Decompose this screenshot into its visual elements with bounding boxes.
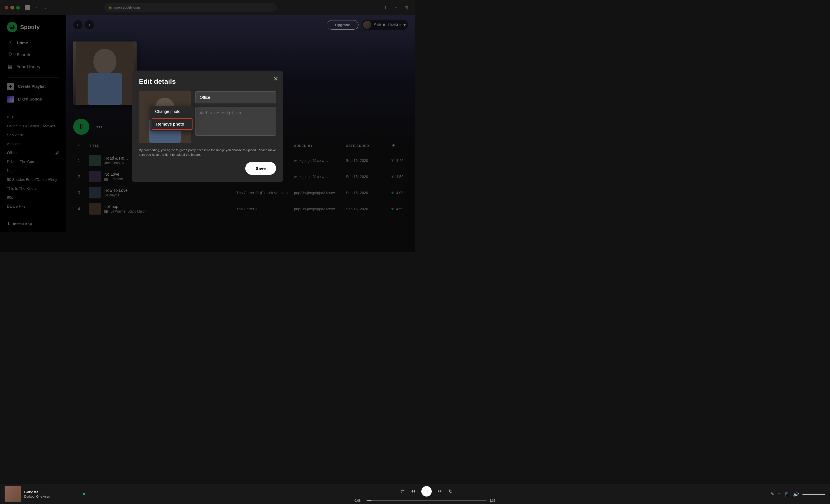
playlist-name-input[interactable] — [195, 91, 276, 103]
photo-context-menu: Change photo Remove photo — [151, 106, 194, 131]
modal-close-button[interactable]: ✕ — [273, 75, 278, 83]
save-button[interactable]: Save — [245, 162, 276, 175]
playlist-description-input[interactable] — [195, 107, 276, 136]
modal-image-section: ••• Change photo Remove photo — [139, 91, 191, 143]
modal-footer: Save — [139, 162, 276, 175]
modal-disclaimer: By proceeding, you agree to give Spotify… — [139, 148, 276, 157]
remove-photo-menu-item[interactable]: Remove photo — [152, 119, 193, 130]
edit-details-modal: Edit details ✕ ••• Change photo Remove — [132, 71, 283, 182]
change-photo-menu-item[interactable]: Change photo — [151, 106, 194, 117]
modal-overlay[interactable]: Edit details ✕ ••• Change photo Remove — [0, 0, 415, 252]
modal-body: ••• Change photo Remove photo — [139, 91, 276, 143]
modal-title: Edit details — [139, 77, 276, 86]
modal-fields — [195, 91, 276, 143]
